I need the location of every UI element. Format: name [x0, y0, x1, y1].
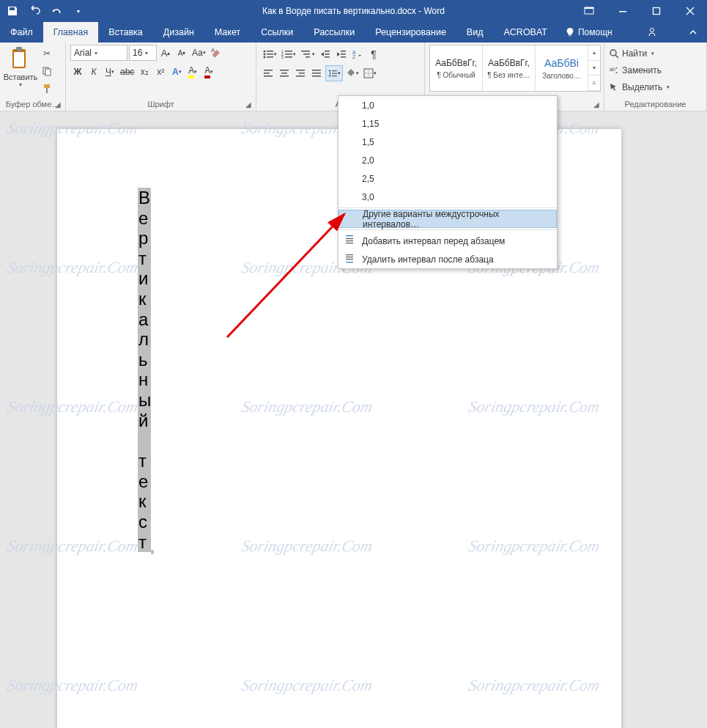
clipboard-dialog-launcher[interactable]: ◢: [55, 100, 64, 109]
font-size-combo[interactable]: 16▾: [129, 45, 157, 61]
sort-icon: AZ: [352, 49, 363, 59]
svg-rect-61: [346, 254, 353, 255]
highlight-button[interactable]: A▾: [185, 64, 200, 80]
vertical-text-selection[interactable]: Вертикальный текст: [138, 188, 151, 552]
tab-file[interactable]: Файл: [0, 22, 43, 43]
svg-point-16: [264, 56, 266, 59]
paste-button[interactable]: Вставить ▾: [4, 45, 37, 96]
svg-point-5: [651, 29, 654, 32]
copy-button[interactable]: [40, 64, 54, 78]
grow-font-button[interactable]: A▴: [158, 45, 173, 61]
add-space-before[interactable]: Добавить интервал перед абзацем: [338, 232, 557, 250]
line-spacing-button[interactable]: ▾: [325, 65, 343, 81]
cut-button[interactable]: ✂: [40, 46, 54, 61]
font-name-combo[interactable]: Arial▾: [70, 45, 127, 61]
shading-button[interactable]: ▾: [344, 65, 360, 81]
spacing-option-2-0[interactable]: 2,0: [338, 151, 557, 169]
ribbon-options-button[interactable]: [572, 0, 606, 22]
bullets-button[interactable]: ▾: [261, 46, 278, 62]
quick-access-toolbar: ▾: [0, 3, 86, 19]
tab-acrobat[interactable]: ACROBAT: [493, 22, 558, 43]
borders-button[interactable]: ▾: [362, 65, 378, 81]
svg-rect-28: [325, 54, 330, 55]
superscript-button[interactable]: x²: [153, 64, 168, 80]
maximize-button[interactable]: [640, 0, 673, 22]
remove-space-after[interactable]: Удалить интервал после абзаца: [338, 250, 557, 268]
clear-formatting-button[interactable]: A: [209, 45, 223, 61]
font-color-button[interactable]: A▾: [201, 64, 216, 80]
align-center-button[interactable]: [277, 65, 292, 81]
styles-gallery[interactable]: АаБбВвГг, ¶ Обычный АаБбВвГг, ¶ Без инте…: [429, 45, 601, 92]
tell-me-search[interactable]: Помощн: [558, 22, 620, 43]
undo-icon: [29, 5, 40, 17]
justify-button[interactable]: [309, 65, 324, 81]
styles-row-down[interactable]: ▾: [588, 61, 600, 76]
numbering-icon: 123: [281, 49, 293, 59]
tab-review[interactable]: Рецензирование: [365, 22, 456, 43]
style-heading1[interactable]: АаБбВі Заголово…: [536, 45, 588, 91]
spacing-option-1-15[interactable]: 1,15: [338, 114, 557, 133]
styles-dialog-launcher[interactable]: ◢: [593, 100, 602, 109]
decrease-indent-button[interactable]: [318, 46, 333, 62]
redo-button[interactable]: [48, 3, 64, 19]
format-painter-button[interactable]: [40, 81, 54, 96]
svg-rect-45: [312, 73, 321, 74]
font-dialog-launcher[interactable]: ◢: [245, 100, 254, 109]
svg-rect-29: [325, 56, 330, 58]
undo-button[interactable]: [26, 3, 42, 19]
svg-rect-48: [332, 70, 337, 71]
cut-icon: ✂: [43, 48, 51, 59]
tab-view[interactable]: Вид: [456, 22, 494, 43]
tab-home[interactable]: Главная: [43, 22, 99, 43]
bulb-icon: [565, 27, 575, 37]
svg-point-54: [610, 50, 616, 56]
spacing-option-3-0[interactable]: 3,0: [338, 188, 557, 206]
collapse-ribbon-button[interactable]: [682, 22, 704, 43]
tab-references[interactable]: Ссылки: [251, 22, 303, 43]
text-effects-button[interactable]: A▾: [169, 64, 184, 80]
svg-rect-38: [280, 70, 289, 71]
style-normal[interactable]: АаБбВвГг, ¶ Обычный: [430, 45, 483, 91]
search-icon: [609, 48, 619, 59]
change-case-button[interactable]: Aa▾: [190, 45, 207, 61]
bold-button[interactable]: Ж: [70, 64, 85, 80]
save-button[interactable]: [4, 3, 21, 19]
share-button[interactable]: [641, 22, 663, 43]
spacing-other-options[interactable]: Другие варианты междустрочных интервалов…: [338, 210, 557, 228]
spacing-option-1-0[interactable]: 1,0: [338, 96, 557, 114]
find-button[interactable]: Найти▾: [609, 46, 702, 61]
styles-row-up[interactable]: ▴: [588, 45, 600, 61]
svg-text:Z: Z: [352, 54, 356, 59]
increase-indent-button[interactable]: [334, 46, 349, 62]
italic-button[interactable]: К: [86, 64, 101, 80]
show-marks-button[interactable]: ¶: [366, 46, 381, 62]
select-button[interactable]: Выделить▾: [609, 80, 702, 95]
line-spacing-dropdown: 1,0 1,15 1,5 2,0 2,5 3,0 Другие варианты…: [338, 95, 558, 269]
replace-button[interactable]: ab Заменить: [609, 63, 702, 78]
align-right-button[interactable]: [293, 65, 308, 81]
qat-customize-button[interactable]: ▾: [70, 3, 86, 19]
close-button[interactable]: [673, 0, 707, 22]
shrink-font-button[interactable]: A▾: [174, 45, 189, 61]
multilevel-list-button[interactable]: ▾: [299, 46, 317, 62]
svg-rect-47: [330, 71, 330, 76]
style-no-spacing[interactable]: АаБбВвГг, ¶ Без инте…: [483, 45, 536, 91]
tab-layout[interactable]: Макет: [204, 22, 251, 43]
numbering-button[interactable]: 123▾: [280, 46, 297, 62]
spacing-option-1-5[interactable]: 1,5: [338, 133, 557, 151]
tab-insert[interactable]: Вставка: [98, 22, 152, 43]
align-left-button[interactable]: [261, 65, 275, 81]
close-icon: [686, 7, 695, 15]
bullets-icon: [262, 49, 274, 59]
sort-button[interactable]: AZ: [350, 46, 365, 62]
svg-rect-37: [264, 76, 273, 77]
svg-rect-27: [325, 51, 330, 52]
strike-button[interactable]: abc: [119, 64, 136, 80]
spacing-option-2-5[interactable]: 2,5: [338, 169, 557, 188]
styles-expand[interactable]: ≡: [588, 76, 600, 91]
minimize-button[interactable]: [606, 0, 640, 22]
underline-button[interactable]: Ч▾: [103, 64, 117, 80]
tab-mailings[interactable]: Рассылки: [303, 22, 365, 43]
tab-design[interactable]: Дизайн: [153, 22, 204, 43]
subscript-button[interactable]: x₂: [137, 64, 152, 80]
